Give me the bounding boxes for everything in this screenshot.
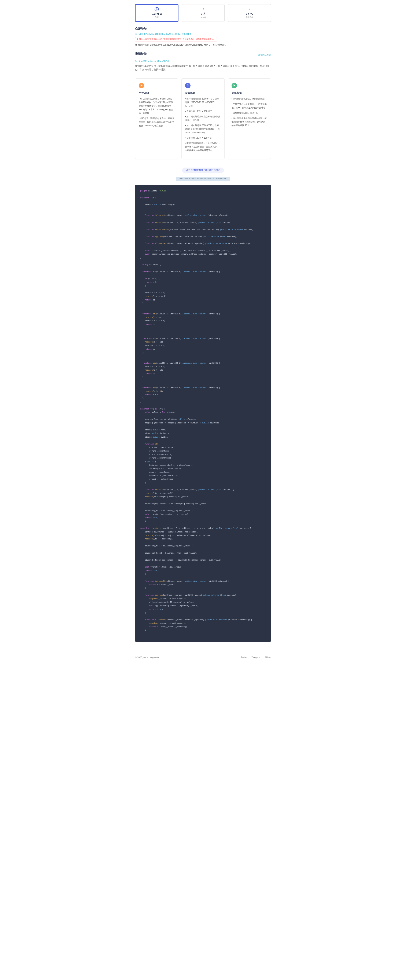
card-item: • 第二期众筹总量 80000 YFC，众筹时间: 众筹地址收到的第333枚ET…	[185, 124, 221, 134]
card-item: • 使用您的成包发送ETH到众筹地址	[232, 97, 267, 100]
stat-value-total: 0.2 YFC	[140, 12, 174, 16]
invite-title: 邀请链接	[135, 52, 147, 56]
stat-total: ◎ 0.2 YFC 总额	[135, 4, 179, 22]
card-item: • YFC总量500000枚，本次YFC空投数量10000枚，为了感谢YFI技术…	[139, 97, 174, 115]
card-item: • 空投结束后，取复制到ETH的来源地址，将YFC自动发放到同的来源地址	[232, 102, 267, 110]
card-item: • 贝后推荐等ETH，自动汇归	[232, 111, 267, 115]
card-item: • 第二期众筹结束时或众筹地址收到第333枚ETH为准。	[185, 115, 221, 122]
source-code-badge: YFC CONTRACT SOURCE CODE	[182, 167, 224, 173]
crowdfund-rules-title: 众筹规则	[185, 91, 221, 95]
copy-icon[interactable]: ⎘	[135, 33, 137, 35]
copy-icon[interactable]: ⎘	[135, 60, 137, 62]
warning-banner: 1 ETH=150 YFC 众筹30000 YFC 糖即按照时间排序，开放发放代…	[135, 37, 217, 41]
airdrop-card: ✦ 空投说明 • YFC总量500000枚，本次YFC空投数量10000枚，为了…	[135, 78, 178, 159]
footer-link-telegram[interactable]: Telegram	[252, 656, 260, 659]
stat-value-invited: 0 人	[186, 12, 221, 16]
invite-desc: 复制并分享您的链接，您和被邀请人同时奖励 0.2 YFC，每人最多可邀请 20 …	[135, 64, 271, 72]
method-title: 众筹方式	[232, 91, 267, 95]
copyright: © 2020 yearnchange.com	[135, 656, 160, 659]
info-cards-row: ✦ 空投说明 • YFC总量500000枚，本次YFC空投数量10000枚，为了…	[135, 78, 271, 159]
card-item: • YFC将于10月12日结束空投，开放发放代币，同时上线Uniswap去中心化…	[139, 117, 174, 127]
airdrop-title: 空投说明	[139, 91, 174, 95]
stat-icon-reward: ⚭	[248, 7, 252, 11]
stat-label-reward: 邀请奖励	[232, 16, 267, 18]
method-icon: ⚑	[232, 83, 237, 88]
source-code-block: pragma solidity ^0.4.21; contract IYFC {…	[135, 185, 271, 642]
contract-hash: 0XE8A4AA7CA96FB2E0844DDFB207738F2E5B8D3A…	[176, 177, 230, 181]
invite-link[interactable]: http://922.rqfsc.top/?ite=8DD6	[138, 60, 169, 62]
airdrop-icon: ✦	[139, 83, 144, 88]
stat-icon-invited: ⚘	[201, 7, 205, 11]
crowdfund-rules-icon: ⚗	[185, 83, 190, 88]
footer-link-github[interactable]: Github	[265, 656, 271, 659]
footer-link-twitter[interactable]: Twitter	[241, 656, 247, 659]
card-item: • 第一期众筹总量 50000 YFC，众筹时间: 2020-09-13 至 第…	[185, 97, 221, 108]
card-item: • 糖即按照时间排序，开放发放代币，越早参与成功率越大，如众筹完毕，未能购买成功…	[185, 142, 221, 152]
method-card: ⚑ 众筹方式 • 使用您的成包发送ETH到众筹地址 • 空投结束后，取复制到ET…	[228, 78, 271, 159]
stat-invited: ⚘ 0 人 已邀请	[182, 4, 225, 22]
stat-reward: ⚭ 0 YFC 邀请奖励	[228, 4, 271, 22]
page-footer: © 2020 yearnchange.com Twitter Telegram …	[135, 653, 271, 665]
card-item: • 本次空投仅用机器学习过创作弊，被识别为作弊者有落的空投、参与认筹的将原路返回…	[232, 116, 267, 127]
stats-row: ◎ 0.2 YFC 总额 ⚘ 0 人 已邀请 ⚭ 0 YFC 邀请奖励	[135, 4, 271, 22]
stat-value-reward: 0 YFC	[232, 12, 267, 15]
crowdfund-address[interactable]: 0x0886274512ed10070baa3a4645dCf977B8581f…	[138, 33, 191, 35]
crowdfund-section: 众筹地址 ⎘ 0x0886274512ed10070baa3a4645dCf97…	[135, 27, 271, 47]
qr-code-link[interactable]: ⊞ 我的二维码	[258, 54, 271, 56]
card-item: • 众筹价格 1 ETH = 150 YFC	[185, 110, 221, 113]
crowdfund-title: 众筹地址	[135, 27, 271, 31]
stat-label-invited: 已邀请	[186, 16, 221, 19]
crowdfund-desc: 使用您的钱包 0x0886274512ed10070baa3a4645dCf97…	[135, 43, 271, 47]
card-item: • 众筹价格 1 ETH = 100YFC	[185, 136, 221, 140]
stat-icon-total: ◎	[155, 7, 159, 11]
crowdfund-rules-card: ⚗ 众筹规则 • 第一期众筹总量 50000 YFC，众筹时间: 2020-09…	[181, 78, 224, 159]
invite-section: 邀请链接 ⊞ 我的二维码 ⎘ http://922.rqfsc.top/?ite…	[135, 52, 271, 72]
stat-label-total: 总额	[140, 16, 174, 19]
